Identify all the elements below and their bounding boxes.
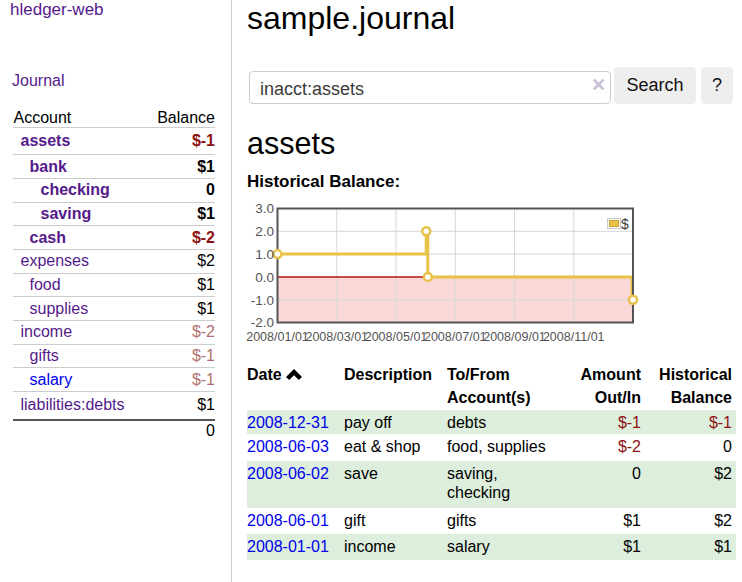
svg-text:2008/05/01: 2008/05/01 [365,330,428,344]
svg-text:2008/01/01: 2008/01/01 [246,330,309,344]
svg-text:2008/09/01: 2008/09/01 [483,330,546,344]
svg-text:1.0: 1.0 [255,247,274,262]
svg-text:0.0: 0.0 [255,269,274,284]
svg-text:2.0: 2.0 [255,224,274,239]
svg-text:2008/11/01: 2008/11/01 [543,330,605,344]
svg-text:-1.0: -1.0 [251,292,274,307]
svg-text:$: $ [621,215,629,231]
svg-text:-2.0: -2.0 [251,315,274,330]
svg-text:2008/03/01: 2008/03/01 [305,330,368,344]
svg-text:3.0: 3.0 [255,201,274,216]
svg-text:2008/07/01: 2008/07/01 [424,330,487,344]
